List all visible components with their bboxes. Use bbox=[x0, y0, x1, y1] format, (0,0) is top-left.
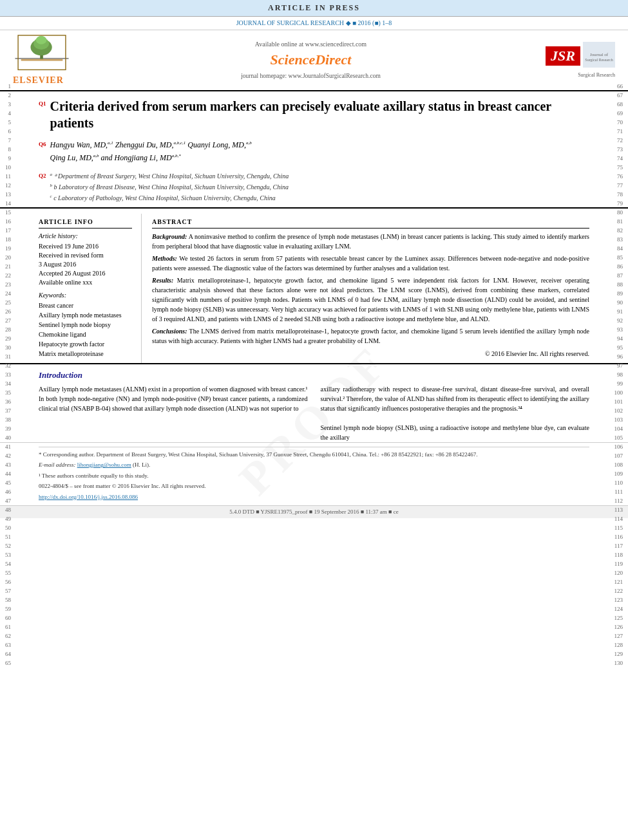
introduction-right-col: axillary radiotherapy with respect to di… bbox=[321, 384, 590, 442]
intro-right-text: axillary radiotherapy with respect to di… bbox=[321, 384, 590, 442]
q6-marker: Q6 bbox=[39, 140, 46, 149]
journal-info-line: JOURNAL OF SURGICAL RESEARCH ◆ ■ 2016 (■… bbox=[0, 17, 628, 30]
footer-section: * Corresponding author. Department of Br… bbox=[0, 442, 628, 505]
elsevier-tree-icon bbox=[13, 34, 71, 73]
authors-line: Hangyu Wan, MD,a,1 Zhenggui Du, MD,a,b,c… bbox=[50, 139, 252, 163]
corresponding-author: * Corresponding author. Department of Br… bbox=[39, 450, 589, 459]
abstract-column: ABSTRACT Background: A noninvasive metho… bbox=[142, 214, 628, 363]
email-line: E-mail address: lihongjiang@sohu.com (H.… bbox=[39, 460, 589, 469]
keyword-1: Breast cancer bbox=[39, 301, 132, 310]
jsr-logo-box: JSR bbox=[546, 46, 580, 66]
affiliations: a ᵃ Department of Breast Surgery, West C… bbox=[50, 171, 289, 203]
journal-header-center: Available online at www.sciencedirect.co… bbox=[71, 40, 551, 81]
bottom-bar-text: 5.4.0 DTD ■ YJSRE13975_proof ■ 19 Septem… bbox=[229, 509, 399, 515]
email-link[interactable]: lihongjiang@sohu.com bbox=[77, 462, 131, 468]
history-title: Article history: bbox=[39, 232, 132, 241]
license-text: 0022-4804/$ – see front matter © 2016 El… bbox=[39, 481, 589, 490]
journal-info-text: JOURNAL OF SURGICAL RESEARCH ◆ ■ 2016 (■… bbox=[236, 19, 392, 26]
elsevier-logo: ELSEVIER bbox=[13, 34, 71, 87]
article-info-label: ARTICLE INFO bbox=[39, 218, 132, 229]
introduction-columns: Axillary lymph node metastases (ALNM) ex… bbox=[39, 384, 589, 442]
revised-date: 3 August 2016 bbox=[39, 260, 132, 269]
revised-label: Received in revised form bbox=[39, 251, 132, 260]
jsr-thumbnail: Journal of Surgical Research bbox=[583, 42, 615, 70]
paper-title: Criteria derived from serum markers can … bbox=[50, 98, 589, 131]
footnotes: * Corresponding author. Department of Br… bbox=[39, 447, 589, 501]
banner-text: ARTICLE IN PRESS bbox=[268, 3, 360, 12]
journal-homepage: journal homepage: www.JournalofSurgicalR… bbox=[71, 72, 551, 80]
page-bottom-bar: 5.4.0 DTD ■ YJSRE13975_proof ■ 19 Septem… bbox=[0, 505, 628, 518]
abstract-methods: Methods: We tested 26 factors in serum f… bbox=[152, 254, 589, 273]
elsevier-text: ELSEVIER bbox=[13, 74, 64, 87]
available-online-text: Available online at www.sciencedirect.co… bbox=[71, 40, 551, 49]
q2-marker: Q2 bbox=[39, 172, 46, 180]
keyword-2: Axillary lymph node metastases bbox=[39, 311, 132, 320]
introduction-title: Introduction bbox=[39, 369, 589, 381]
available-date: Available online xxx bbox=[39, 278, 132, 287]
q1-marker: Q1 bbox=[39, 100, 46, 108]
svg-text:Surgical Research: Surgical Research bbox=[585, 58, 613, 62]
keywords-title: Keywords: bbox=[39, 291, 132, 300]
line-numbers-left: 1 2 3 4 5 6 7 8 9 10 11 12 13 14 15 16 1… bbox=[5, 84, 11, 669]
article-in-press-banner: ARTICLE IN PRESS bbox=[0, 0, 628, 17]
article-history: Article history: Received 19 June 2016 R… bbox=[39, 232, 132, 287]
introduction-section: Introduction Axillary lymph node metasta… bbox=[0, 363, 628, 442]
received-date: Received 19 June 2016 bbox=[39, 242, 132, 251]
svg-rect-5 bbox=[21, 59, 63, 61]
affil-b: b b Laboratory of Breast Disease, West C… bbox=[50, 182, 289, 192]
introduction-left-col: Axillary lymph node metastases (ALNM) ex… bbox=[39, 384, 308, 442]
keyword-6: Matrix metalloproteinase bbox=[39, 350, 132, 359]
affil-c: c c Laboratory of Pathology, West China … bbox=[50, 192, 289, 203]
abstract-text: Background: A noninvasive method to conf… bbox=[152, 232, 589, 359]
accepted-date: Accepted 26 August 2016 bbox=[39, 269, 132, 278]
affil-a: a ᵃ Department of Breast Surgery, West C… bbox=[50, 171, 289, 182]
abstract-results: Results: Matrix metalloproteinase-1, hep… bbox=[152, 275, 589, 324]
equal-contrib: ¹ These authors contribute equally to th… bbox=[39, 471, 589, 480]
abstract-conclusions: Conclusions: The LNMS derived from matri… bbox=[152, 326, 589, 346]
abstract-background: Background: A noninvasive method to conf… bbox=[152, 232, 589, 251]
line-numbers-right: 66 67 68 69 70 71 72 73 74 75 76 77 78 7… bbox=[614, 84, 623, 669]
article-info-abstract-section: ARTICLE INFO Article history: Received 1… bbox=[0, 208, 628, 363]
page: PROOF ARTICLE IN PRESS JOURNAL OF SURGIC… bbox=[0, 0, 628, 840]
abstract-label: ABSTRACT bbox=[152, 218, 589, 229]
keyword-3: Sentinel lymph node biopsy bbox=[39, 321, 132, 330]
article-info-column: ARTICLE INFO Article history: Received 1… bbox=[0, 214, 142, 363]
doi-link[interactable]: http://dx.doi.org/10.1016/j.jss.2016.08.… bbox=[39, 492, 589, 501]
svg-point-4 bbox=[36, 36, 47, 44]
jsr-logo-container: JSR Journal of Surgical Research Surgica… bbox=[551, 42, 615, 79]
keyword-5: Hepatocyte growth factor bbox=[39, 340, 132, 349]
sciencedirect-title: ScienceDirect bbox=[71, 50, 551, 70]
journal-header: ELSEVIER Available online at www.science… bbox=[0, 30, 628, 92]
jsr-subtitle: Surgical Research bbox=[578, 71, 615, 79]
keyword-4: Chemokine ligand bbox=[39, 330, 132, 339]
svg-text:Journal of: Journal of bbox=[590, 52, 609, 57]
keywords-section: Keywords: Breast cancer Axillary lymph n… bbox=[39, 291, 132, 359]
intro-left-text: Axillary lymph node metastases (ALNM) ex… bbox=[39, 384, 308, 413]
abstract-copyright: © 2016 Elsevier Inc. All rights reserved… bbox=[152, 349, 589, 359]
title-section: Q1 Criteria derived from serum markers c… bbox=[0, 91, 628, 207]
